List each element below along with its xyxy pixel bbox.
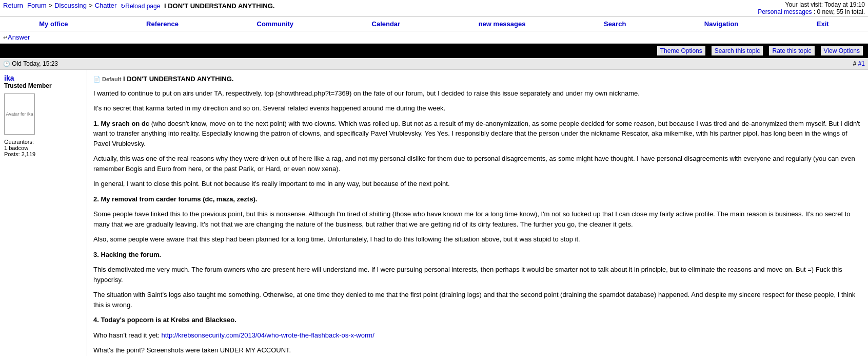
- post-title: 📄 Default I DON'T UNDERSTAND ANYTHING.: [93, 74, 862, 84]
- post-title-text: I DON'T UNDERSTAND ANYTHING.: [123, 75, 233, 83]
- user-rank: Trusted Member: [4, 82, 83, 89]
- section-4-heading: 4. Today's popcorn is at Krebs and Black…: [93, 316, 236, 324]
- post-timestamp: 🕒 Old Today, 15:23: [3, 60, 58, 67]
- para-9: 3. Hacking the forum.: [93, 250, 862, 260]
- who-hasnt-read: Who hasn't read it yet:: [93, 331, 160, 339]
- breadcrumb-sep2: >: [49, 2, 53, 9]
- para-3: 1. My srach on dc (who doesn't know, mov…: [93, 119, 862, 149]
- para-13: Who hasn't read it yet: http://krebsonse…: [93, 330, 862, 341]
- username-link[interactable]: ika: [4, 74, 14, 82]
- return-link[interactable]: Return: [3, 2, 23, 9]
- para-7: Some people have linked this to the prev…: [93, 209, 862, 229]
- post-num-link[interactable]: #1: [858, 60, 865, 67]
- para-8: Also, some people were aware that this s…: [93, 234, 862, 245]
- rate-topic-link[interactable]: Rate this topic: [769, 46, 814, 55]
- personal-messages-link[interactable]: Personal messages: [758, 8, 812, 15]
- answer-link[interactable]: ↵Answer: [3, 33, 30, 41]
- post-time: Today, 15:23: [23, 60, 58, 67]
- theme-options-link[interactable]: Theme Options: [657, 46, 705, 55]
- black-bar-links: Theme Options Search this topic Rate thi…: [657, 46, 868, 55]
- guarantors-value: 1.badcow: [4, 145, 28, 151]
- chatter-link[interactable]: Chatter: [95, 2, 117, 9]
- nav-reference[interactable]: Reference: [146, 20, 179, 28]
- nav-navigation[interactable]: Navigation: [704, 20, 738, 28]
- para-4: Actually, this was one of the real reaso…: [93, 154, 862, 174]
- para-2: It's no secret that karma farted in my d…: [93, 103, 862, 114]
- breadcrumb: Return Forum > Discussing > Chatter ↻Rel…: [3, 1, 274, 10]
- post-title-icon: 📄 Default: [93, 76, 121, 82]
- breadcrumb-sep3: >: [89, 2, 93, 9]
- guarantors-label: Guarantors:: [4, 139, 34, 145]
- nav-calendar[interactable]: Calendar: [372, 20, 401, 28]
- section-3-heading: 3. Hacking the forum.: [93, 251, 161, 258]
- post-body: ika Trusted Member Avatar for ika Guaran…: [0, 70, 868, 356]
- para-14: What's the point? Screenshots were taken…: [93, 345, 862, 355]
- para-12: 4. Today's popcorn is at Krebs and Black…: [93, 315, 862, 325]
- nav-exit[interactable]: Exit: [817, 20, 829, 28]
- personal-messages-detail: : 0 new, 55 in total.: [814, 8, 865, 15]
- nav-bar: My office Reference Community Calendar n…: [0, 17, 868, 31]
- post-num-hash: #: [853, 60, 858, 67]
- view-options-link[interactable]: View Options: [821, 46, 863, 55]
- personal-messages-line: Personal messages : 0 new, 55 in total.: [758, 8, 865, 15]
- black-bar: Theme Options Search this topic Rate thi…: [0, 44, 868, 58]
- guarantors: Guarantors: 1.badcow Posts: 2,119: [4, 139, 83, 157]
- post-header: 🕒 Old Today, 15:23 # #1: [0, 58, 868, 70]
- reload-link[interactable]: ↻Reload page: [121, 3, 160, 10]
- page-title: I DON'T UNDERSTAND ANYTHING.: [164, 2, 274, 10]
- post-content: 📄 Default I DON'T UNDERSTAND ANYTHING. I…: [87, 70, 868, 356]
- section-1-heading: 1. My srach on dc: [93, 120, 149, 127]
- top-bar: Return Forum > Discussing > Chatter ↻Rel…: [0, 0, 868, 17]
- krebs-link[interactable]: http://krebsonsecurity.com/2013/04/who-w…: [162, 331, 374, 339]
- section-2-heading: 2. My removal from carder forums (dc, ma…: [93, 195, 257, 203]
- top-bar-right: Your last visit: Today at 19:10 Personal…: [758, 1, 865, 15]
- para-3-text: (who doesn't know, move on to the next p…: [93, 120, 860, 147]
- avatar: Avatar for ika: [4, 93, 35, 135]
- forum-link[interactable]: Forum: [27, 2, 47, 9]
- post-number: # #1: [853, 60, 865, 67]
- nav-my-office[interactable]: My office: [39, 20, 68, 28]
- para-1: I wanted to continue to put on airs unde…: [93, 88, 862, 99]
- para-11: The situation with Saint's logs also tau…: [93, 290, 862, 310]
- nav-search[interactable]: Search: [604, 20, 626, 28]
- para-5: In general, I want to close this point. …: [93, 179, 862, 189]
- para-10: This demotivated me very much. The forum…: [93, 265, 862, 285]
- answer-row: ↵Answer: [0, 31, 868, 44]
- search-topic-link[interactable]: Search this topic: [712, 46, 763, 55]
- discussing-link[interactable]: Discussing: [54, 2, 87, 9]
- para-6: 2. My removal from carder forums (dc, ma…: [93, 194, 862, 204]
- nav-community[interactable]: Community: [257, 20, 294, 28]
- posts-value: 2,119: [22, 151, 36, 157]
- user-panel: ika Trusted Member Avatar for ika Guaran…: [0, 70, 87, 356]
- posts-label: Posts:: [4, 151, 20, 157]
- nav-new-messages[interactable]: new messages: [479, 20, 526, 28]
- last-visit: Your last visit: Today at 19:10: [758, 1, 865, 8]
- post-icon-label: Old: [12, 60, 22, 67]
